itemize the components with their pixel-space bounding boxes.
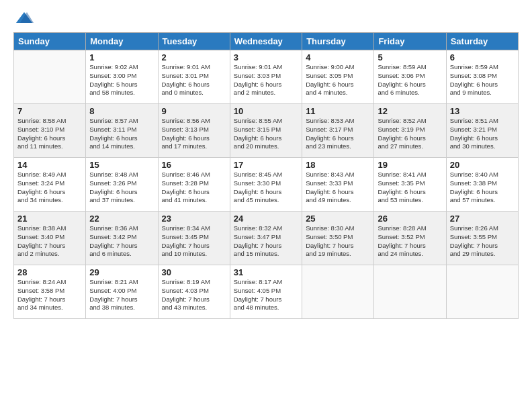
day-info: Sunrise: 8:55 AM Sunset: 3:15 PM Dayligh…: [234, 117, 298, 151]
calendar-cell: 26Sunrise: 8:28 AM Sunset: 3:52 PM Dayli…: [374, 212, 446, 265]
day-info: Sunrise: 8:46 AM Sunset: 3:28 PM Dayligh…: [162, 171, 226, 205]
calendar-cell: 10Sunrise: 8:55 AM Sunset: 3:15 PM Dayli…: [230, 104, 302, 158]
day-number: 13: [450, 106, 515, 116]
day-info: Sunrise: 8:40 AM Sunset: 3:38 PM Dayligh…: [450, 171, 515, 205]
day-info: Sunrise: 8:48 AM Sunset: 3:26 PM Dayligh…: [89, 171, 154, 205]
calendar-cell: 13Sunrise: 8:51 AM Sunset: 3:21 PM Dayli…: [446, 104, 518, 158]
day-number: 27: [450, 214, 515, 224]
calendar-table: SundayMondayTuesdayWednesdayThursdayFrid…: [13, 32, 519, 319]
day-number: 16: [162, 160, 226, 170]
calendar-week-row: 28Sunrise: 8:24 AM Sunset: 3:58 PM Dayli…: [14, 265, 519, 319]
calendar-cell: 31Sunrise: 8:17 AM Sunset: 4:05 PM Dayli…: [230, 265, 302, 319]
day-info: Sunrise: 8:34 AM Sunset: 3:45 PM Dayligh…: [162, 224, 226, 259]
day-info: Sunrise: 9:01 AM Sunset: 3:01 PM Dayligh…: [162, 63, 226, 97]
calendar-cell: 25Sunrise: 8:30 AM Sunset: 3:50 PM Dayli…: [302, 212, 374, 265]
day-info: Sunrise: 9:00 AM Sunset: 3:05 PM Dayligh…: [306, 63, 370, 97]
day-number: 21: [17, 214, 82, 224]
calendar-week-row: 14Sunrise: 8:49 AM Sunset: 3:24 PM Dayli…: [14, 158, 519, 212]
day-info: Sunrise: 8:57 AM Sunset: 3:11 PM Dayligh…: [89, 117, 154, 151]
day-info: Sunrise: 8:19 AM Sunset: 4:03 PM Dayligh…: [162, 278, 226, 312]
calendar-header-wednesday: Wednesday: [230, 33, 302, 50]
day-number: 10: [234, 106, 298, 116]
calendar-cell: 20Sunrise: 8:40 AM Sunset: 3:38 PM Dayli…: [446, 158, 518, 212]
day-info: Sunrise: 8:56 AM Sunset: 3:13 PM Dayligh…: [162, 117, 226, 151]
day-number: 31: [234, 267, 298, 277]
day-number: 6: [450, 52, 515, 62]
day-number: 15: [89, 160, 154, 170]
day-info: Sunrise: 8:36 AM Sunset: 3:42 PM Dayligh…: [89, 224, 154, 259]
day-number: 1: [89, 52, 154, 62]
calendar-cell: 14Sunrise: 8:49 AM Sunset: 3:24 PM Dayli…: [14, 158, 86, 212]
calendar-cell: 30Sunrise: 8:19 AM Sunset: 4:03 PM Dayli…: [158, 265, 230, 319]
day-number: 29: [89, 267, 154, 277]
calendar-cell: 12Sunrise: 8:52 AM Sunset: 3:19 PM Dayli…: [374, 104, 446, 158]
day-info: Sunrise: 9:02 AM Sunset: 3:00 PM Dayligh…: [89, 63, 154, 97]
day-number: 20: [450, 160, 515, 170]
calendar-cell: 9Sunrise: 8:56 AM Sunset: 3:13 PM Daylig…: [158, 104, 230, 158]
calendar-header-tuesday: Tuesday: [158, 33, 230, 50]
day-info: Sunrise: 8:43 AM Sunset: 3:33 PM Dayligh…: [306, 171, 370, 205]
day-number: 5: [378, 52, 442, 62]
logo-icon: [15, 11, 34, 26]
day-number: 7: [17, 106, 82, 116]
calendar-cell: 19Sunrise: 8:41 AM Sunset: 3:35 PM Dayli…: [374, 158, 446, 212]
calendar-cell: 11Sunrise: 8:53 AM Sunset: 3:17 PM Dayli…: [302, 104, 374, 158]
day-number: 8: [89, 106, 154, 116]
calendar-cell: 17Sunrise: 8:45 AM Sunset: 3:30 PM Dayli…: [230, 158, 302, 212]
day-number: 24: [234, 214, 298, 224]
day-info: Sunrise: 8:59 AM Sunset: 3:08 PM Dayligh…: [450, 63, 515, 97]
day-info: Sunrise: 8:49 AM Sunset: 3:24 PM Dayligh…: [17, 171, 82, 205]
day-number: 28: [17, 267, 82, 277]
day-info: Sunrise: 8:21 AM Sunset: 4:00 PM Dayligh…: [89, 278, 154, 312]
day-number: 19: [378, 160, 442, 170]
calendar-cell: 6Sunrise: 8:59 AM Sunset: 3:08 PM Daylig…: [446, 50, 518, 104]
calendar-cell: 22Sunrise: 8:36 AM Sunset: 3:42 PM Dayli…: [86, 212, 158, 265]
day-number: 18: [306, 160, 370, 170]
calendar-cell: 15Sunrise: 8:48 AM Sunset: 3:26 PM Dayli…: [86, 158, 158, 212]
day-number: 30: [162, 267, 226, 277]
header: [13, 11, 519, 26]
day-info: Sunrise: 8:52 AM Sunset: 3:19 PM Dayligh…: [378, 117, 442, 151]
calendar-cell: 21Sunrise: 8:38 AM Sunset: 3:40 PM Dayli…: [14, 212, 86, 265]
calendar-header-thursday: Thursday: [302, 33, 374, 50]
day-info: Sunrise: 8:51 AM Sunset: 3:21 PM Dayligh…: [450, 117, 515, 151]
calendar-cell: [302, 265, 374, 319]
calendar-cell: 16Sunrise: 8:46 AM Sunset: 3:28 PM Dayli…: [158, 158, 230, 212]
logo: [13, 11, 34, 26]
calendar-cell: 23Sunrise: 8:34 AM Sunset: 3:45 PM Dayli…: [158, 212, 230, 265]
calendar-cell: 28Sunrise: 8:24 AM Sunset: 3:58 PM Dayli…: [14, 265, 86, 319]
day-number: 2: [162, 52, 226, 62]
calendar-header-monday: Monday: [86, 33, 158, 50]
calendar-week-row: 7Sunrise: 8:58 AM Sunset: 3:10 PM Daylig…: [14, 104, 519, 158]
calendar-cell: [374, 265, 446, 319]
day-info: Sunrise: 8:26 AM Sunset: 3:55 PM Dayligh…: [450, 224, 515, 259]
day-info: Sunrise: 8:30 AM Sunset: 3:50 PM Dayligh…: [306, 224, 370, 259]
day-number: 14: [17, 160, 82, 170]
day-number: 25: [306, 214, 370, 224]
calendar-cell: [14, 50, 86, 104]
day-info: Sunrise: 8:17 AM Sunset: 4:05 PM Dayligh…: [234, 278, 298, 312]
calendar-cell: 24Sunrise: 8:32 AM Sunset: 3:47 PM Dayli…: [230, 212, 302, 265]
calendar-cell: 29Sunrise: 8:21 AM Sunset: 4:00 PM Dayli…: [86, 265, 158, 319]
calendar-cell: 8Sunrise: 8:57 AM Sunset: 3:11 PM Daylig…: [86, 104, 158, 158]
day-info: Sunrise: 8:45 AM Sunset: 3:30 PM Dayligh…: [234, 171, 298, 205]
calendar-cell: 7Sunrise: 8:58 AM Sunset: 3:10 PM Daylig…: [14, 104, 86, 158]
day-number: 26: [378, 214, 442, 224]
day-info: Sunrise: 8:53 AM Sunset: 3:17 PM Dayligh…: [306, 117, 370, 151]
calendar-cell: 4Sunrise: 9:00 AM Sunset: 3:05 PM Daylig…: [302, 50, 374, 104]
day-number: 17: [234, 160, 298, 170]
day-number: 23: [162, 214, 226, 224]
day-number: 11: [306, 106, 370, 116]
calendar-header-friday: Friday: [374, 33, 446, 50]
day-number: 12: [378, 106, 442, 116]
calendar-cell: 2Sunrise: 9:01 AM Sunset: 3:01 PM Daylig…: [158, 50, 230, 104]
calendar-cell: 3Sunrise: 9:01 AM Sunset: 3:03 PM Daylig…: [230, 50, 302, 104]
calendar-week-row: 21Sunrise: 8:38 AM Sunset: 3:40 PM Dayli…: [14, 212, 519, 265]
day-number: 22: [89, 214, 154, 224]
day-info: Sunrise: 8:58 AM Sunset: 3:10 PM Dayligh…: [17, 117, 82, 151]
day-info: Sunrise: 9:01 AM Sunset: 3:03 PM Dayligh…: [234, 63, 298, 97]
day-number: 4: [306, 52, 370, 62]
day-info: Sunrise: 8:59 AM Sunset: 3:06 PM Dayligh…: [378, 63, 442, 97]
day-info: Sunrise: 8:24 AM Sunset: 3:58 PM Dayligh…: [17, 278, 82, 312]
calendar-cell: 18Sunrise: 8:43 AM Sunset: 3:33 PM Dayli…: [302, 158, 374, 212]
